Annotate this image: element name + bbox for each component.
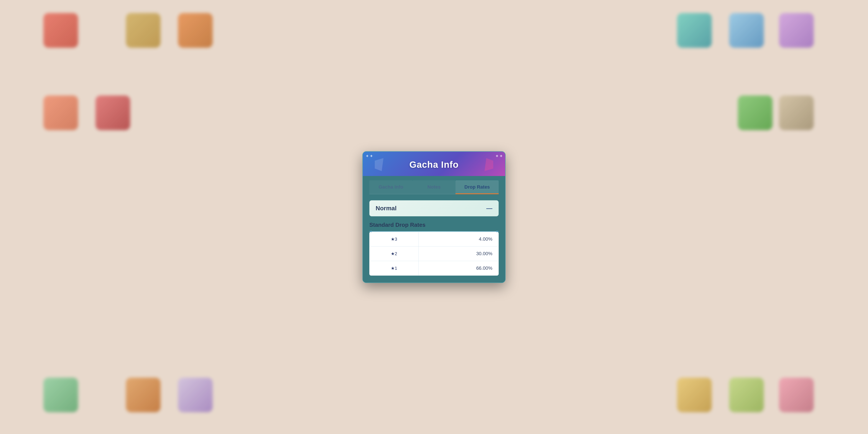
tab-gacha-info[interactable]: Gacha Info [369, 180, 412, 194]
rates-table: ★34.00%★230.00%★166.00% [369, 232, 499, 276]
table-row: ★230.00% [370, 246, 499, 261]
modal-header: ✦ ✦ ✦ ✦ Gacha Info [363, 152, 505, 176]
star-label-1: ★2 [370, 246, 418, 261]
star-label-0: ★3 [370, 232, 418, 246]
normal-section-toggle[interactable]: Normal — [369, 200, 499, 216]
tabs-container: Gacha Info Notes Drop Rates [363, 176, 505, 194]
modal-overlay: ✦ ✦ ✦ ✦ Gacha Info Gacha Info Notes Drop… [0, 0, 868, 434]
corner-decoration-tl: ✦ ✦ [365, 153, 373, 159]
drop-rates-section: Standard Drop Rates ★34.00%★230.00%★166.… [369, 222, 499, 276]
modal-title: Gacha Info [372, 159, 496, 170]
section-toggle-label: Normal [376, 205, 397, 212]
modal-content: Normal — Standard Drop Rates ★34.00%★230… [363, 194, 505, 282]
rate-value-0: 4.00% [418, 232, 499, 246]
drop-rates-title: Standard Drop Rates [369, 222, 499, 228]
table-row: ★34.00% [370, 232, 499, 246]
star-label-2: ★1 [370, 261, 418, 275]
rate-value-1: 30.00% [418, 246, 499, 261]
table-row: ★166.00% [370, 261, 499, 275]
tab-notes[interactable]: Notes [412, 180, 456, 194]
corner-decoration-tr: ✦ ✦ [495, 153, 503, 159]
rate-value-2: 66.00% [418, 261, 499, 275]
section-toggle-icon: — [486, 205, 492, 211]
tab-drop-rates[interactable]: Drop Rates [456, 180, 499, 194]
gacha-info-modal: ✦ ✦ ✦ ✦ Gacha Info Gacha Info Notes Drop… [362, 151, 506, 283]
table-divider [369, 231, 499, 232]
